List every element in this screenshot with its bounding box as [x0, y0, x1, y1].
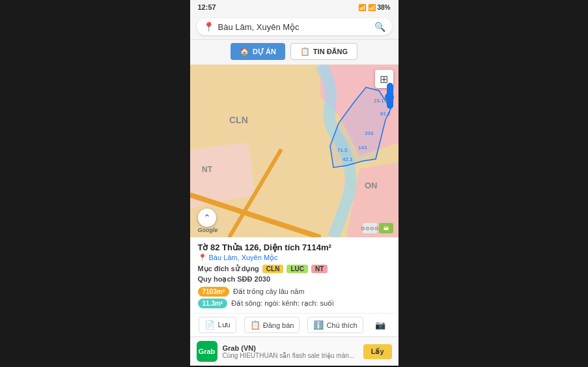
action-bar: 📄 Lưu 📋 Đăng bán ℹ️ Chú thích 📷	[190, 313, 399, 336]
save-button[interactable]: 📄 Lưu	[199, 317, 236, 333]
land-badge-cyan: 11.3m²	[198, 299, 228, 308]
info-button[interactable]: ℹ️ Chú thích	[307, 317, 363, 333]
brand-icon-1: ⊙⊙⊙⊙	[363, 223, 377, 233]
info-icon: ℹ️	[313, 320, 324, 330]
grab-subtitle: Cùng HIEUTHUAN sẵn flash sale triệu màn.…	[223, 352, 358, 359]
svg-text:CLN: CLN	[229, 115, 248, 125]
save-label: Lưu	[217, 321, 230, 329]
tag-cln: CLN	[262, 265, 284, 273]
svg-text:NT: NT	[202, 165, 213, 174]
camera-button[interactable]: 📷	[371, 317, 389, 332]
svg-text:71.5: 71.5	[337, 147, 348, 153]
location-pin-icon: 📍	[198, 254, 207, 262]
listing-icon: 📋	[300, 47, 310, 56]
status-time: 12:57	[198, 3, 216, 11]
list-icon: 📋	[250, 320, 260, 330]
status-icons: 📶 📶 38%	[358, 4, 391, 11]
tag-nt: NT	[311, 265, 328, 273]
svg-text:23.1: 23.1	[374, 98, 384, 104]
map-back-button[interactable]: ⌃	[198, 209, 216, 227]
land-desc-2: Đất sông: ngòi: kênh: rạch: suối	[231, 299, 333, 308]
phone-frame: 12:57 📶 📶 38% 📍 Bàu Lâm, Xuyên Mộc 🔍 🏠 D…	[190, 0, 399, 367]
status-bar: 12:57 📶 📶 38%	[190, 0, 399, 14]
battery-icon: 📶 38%	[368, 4, 391, 11]
land-row-1: 7103m² Đất trồng cây lâu năm	[198, 287, 391, 297]
parcel-title: Tờ 82 Thửa 126, Diện tích 7114m²	[198, 242, 391, 252]
map-brand-icons: ⊙⊙⊙⊙ 🏔	[363, 223, 393, 233]
svg-text:143: 143	[358, 145, 367, 151]
brand-icon-2: 🏔	[379, 223, 393, 233]
grab-title: Grab (VN)	[223, 344, 358, 352]
tab-project-label: DỰ ÁN	[253, 48, 276, 56]
parcel-location-text: Bàu Lâm, Xuyên Mộc	[209, 254, 278, 262]
land-row-2: 11.3m² Đất sông: ngòi: kênh: rạch: suối	[198, 299, 391, 308]
land-badge-orange: 7103m²	[198, 287, 229, 297]
svg-text:42.1: 42.1	[343, 156, 353, 162]
parcel-location: 📍 Bàu Lâm, Xuyên Mộc	[198, 254, 391, 262]
tag-luc: LUC	[287, 265, 308, 273]
tab-buttons: 🏠 DỰ ÁN 📋 TIN ĐĂNG	[190, 40, 399, 65]
purpose-label: Mục đích sử dụng	[198, 265, 259, 273]
search-input-container[interactable]: 📍 Bàu Lâm, Xuyên Mộc 🔍	[197, 18, 392, 35]
project-icon: 🏠	[240, 47, 249, 56]
nav-pin	[387, 83, 393, 109]
grab-cta-button[interactable]: Lấy	[363, 344, 392, 359]
camera-icon: 📷	[375, 320, 385, 330]
tab-listing-label: TIN ĐĂNG	[313, 48, 348, 55]
list-label: Đăng bán	[263, 321, 294, 329]
location-pin-icon: 📍	[203, 22, 214, 32]
search-bar: 📍 Bàu Lâm, Xuyên Mộc 🔍	[190, 14, 399, 40]
svg-text:ON: ON	[365, 181, 378, 190]
grab-brand-text: Grab	[199, 347, 216, 355]
google-logo: Google	[198, 227, 218, 233]
tab-listing[interactable]: 📋 TIN ĐĂNG	[290, 43, 357, 60]
search-text: Bàu Lâm, Xuyên Mộc	[218, 22, 371, 32]
tab-project[interactable]: 🏠 DỰ ÁN	[231, 43, 285, 60]
grab-banner: Grab Grab (VN) Cùng HIEUTHUAN sẵn flash …	[190, 336, 399, 366]
info-panel: Tờ 82 Thửa 126, Diện tích 7114m² 📍 Bàu L…	[190, 237, 399, 313]
grab-text: Grab (VN) Cùng HIEUTHUAN sẵn flash sale …	[223, 344, 358, 359]
wifi-icon: 📶	[358, 4, 366, 11]
svg-text:333: 333	[365, 130, 374, 136]
planning-row: Quy hoạch SĐĐ 2030	[198, 275, 391, 284]
grab-logo: Grab	[197, 341, 217, 362]
purpose-row: Mục đích sử dụng CLN LUC NT	[198, 265, 391, 273]
search-icon[interactable]: 🔍	[374, 22, 385, 32]
map-area[interactable]: CLN NT ON 23.1 81.2 333 143 42.1 71.5 ⊞ …	[190, 65, 399, 237]
save-icon: 📄	[204, 320, 215, 330]
info-label: Chú thích	[326, 321, 357, 329]
land-desc-1: Đất trồng cây lâu năm	[233, 287, 304, 296]
svg-text:81.2: 81.2	[380, 111, 391, 117]
list-button[interactable]: 📋 Đăng bán	[244, 317, 300, 333]
